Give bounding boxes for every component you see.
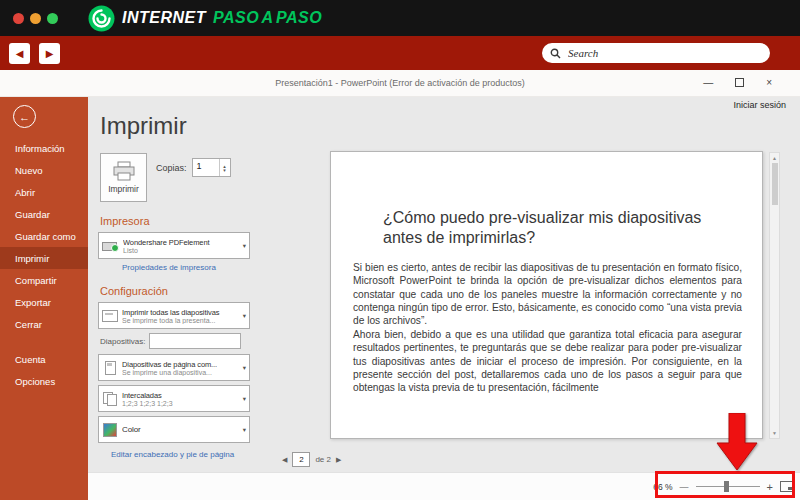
color-select[interactable]: Color ▾ xyxy=(98,416,250,443)
sidebar-item-nuevo[interactable]: Nuevo xyxy=(0,159,88,181)
sidebar-item-informacion[interactable]: Información xyxy=(0,137,88,159)
search-icon xyxy=(550,48,561,59)
branding-bar: INTERNET PASO A PASO xyxy=(0,0,800,36)
print-range-title: Imprimir todas las diapositivas xyxy=(122,308,238,317)
sidebar-item-imprimir[interactable]: Imprimir xyxy=(0,247,88,269)
zoom-out-button[interactable]: — xyxy=(680,482,689,492)
edit-header-footer-link[interactable]: Editar encabezado y pie de página xyxy=(111,450,270,459)
print-panel: Imprimir Imprimir xyxy=(98,97,270,459)
zoom-in-button[interactable]: + xyxy=(767,481,773,493)
scroll-down-icon[interactable]: ▼ xyxy=(772,430,777,436)
powerpoint-titlebar: Presentación1 - PowerPoint (Error de act… xyxy=(0,70,800,97)
print-layout-title: Diapositivas de página com... xyxy=(122,360,238,369)
maximize-button[interactable] xyxy=(735,78,744,89)
window-dot-close[interactable] xyxy=(13,13,24,24)
copies-value[interactable]: 1 xyxy=(193,159,219,176)
collation-text: Intercaladas 1;2;3 1;2;3 1;2;3 xyxy=(122,391,238,407)
print-action-row: Imprimir Copias: 1 ▴ ▾ xyxy=(100,153,270,202)
zoom-percentage[interactable]: 66 % xyxy=(653,482,672,492)
print-range-sub: Se imprime toda la presenta... xyxy=(122,317,238,324)
slide-paragraph-1: Si bien es cierto, antes de recibir las … xyxy=(353,261,742,328)
scroll-up-icon[interactable]: ▲ xyxy=(772,155,777,161)
copies-decrement-icon[interactable]: ▾ xyxy=(223,168,226,172)
search-input[interactable] xyxy=(566,46,762,60)
sidebar-item-cerrar[interactable]: Cerrar xyxy=(0,313,88,335)
close-button[interactable]: × xyxy=(766,78,772,88)
copies-stepper[interactable]: 1 ▴ ▾ xyxy=(192,158,231,177)
screen: INTERNET PASO A PASO ◀ ▶ Presentación1 -… xyxy=(0,0,800,500)
chevron-down-icon: ▾ xyxy=(243,242,246,250)
print-layout-text: Diapositivas de página com... Se imprime… xyxy=(122,360,238,376)
collation-select[interactable]: Intercaladas 1;2;3 1;2;3 1;2;3 ▾ xyxy=(98,385,250,412)
sidebar-item-compartir[interactable]: Compartir xyxy=(0,269,88,291)
print-range-text: Imprimir todas las diapositivas Se impri… xyxy=(122,308,238,324)
next-page-button[interactable]: ▶ xyxy=(336,456,341,464)
slides-range-input[interactable] xyxy=(149,333,241,349)
preview-scrollbar[interactable]: ▲ ▼ xyxy=(769,152,780,439)
backstage-back-button[interactable]: ← xyxy=(13,105,36,128)
window-controls: — × xyxy=(703,70,772,96)
slide-preview: ¿Cómo puedo pre-visualizar mis diapositi… xyxy=(330,151,763,439)
page-navigation: ◀ 2 de 2 ▶ xyxy=(282,452,341,467)
logo-swirl-icon xyxy=(88,5,115,32)
backstage-sidebar: ← Información Nuevo Abrir Guardar Guarda… xyxy=(0,97,88,500)
forward-button[interactable]: ▶ xyxy=(39,43,60,64)
back-button[interactable]: ◀ xyxy=(9,43,30,64)
current-page-input[interactable]: 2 xyxy=(292,452,310,467)
sidebar-item-guardar-como[interactable]: Guardar como xyxy=(0,225,88,247)
browser-nav-bar: ◀ ▶ xyxy=(0,36,800,70)
window-dot-minimize[interactable] xyxy=(30,13,41,24)
sidebar-item-abrir[interactable]: Abrir xyxy=(0,181,88,203)
settings-section-heading: Configuración xyxy=(100,285,270,297)
print-button[interactable]: Imprimir xyxy=(100,153,147,202)
scrollbar-thumb[interactable] xyxy=(772,163,778,205)
zoom-slider[interactable] xyxy=(696,481,760,492)
fit-slide-to-window-button[interactable] xyxy=(780,481,794,492)
sign-in-link[interactable]: Iniciar sesión xyxy=(733,100,786,110)
all-slides-icon xyxy=(102,310,118,322)
printer-section-heading: Impresora xyxy=(100,215,270,227)
slide-title: ¿Cómo puedo pre-visualizar mis diapositi… xyxy=(383,208,706,248)
color-icon xyxy=(102,423,118,437)
search-box[interactable] xyxy=(542,43,770,63)
logo-text-pasoapaso: PASO A PASO xyxy=(213,9,322,27)
back-arrow-icon: ← xyxy=(19,111,30,123)
color-text: Color xyxy=(122,425,238,434)
printer-select-text: Wondershare PDFelement Listo xyxy=(123,238,238,254)
chevron-down-icon: ▾ xyxy=(243,364,246,372)
print-layout-select[interactable]: Diapositivas de página com... Se imprime… xyxy=(98,354,250,381)
printer-select[interactable]: Wondershare PDFelement Listo ▾ xyxy=(98,232,250,259)
slides-label: Diapositivas: xyxy=(100,337,145,346)
chevron-down-icon: ▾ xyxy=(243,312,246,320)
collated-icon xyxy=(102,392,118,405)
page-title: Imprimir xyxy=(100,112,270,140)
print-range-select[interactable]: Imprimir todas las diapositivas Se impri… xyxy=(98,302,250,329)
maximize-icon xyxy=(735,78,744,87)
copies-spinner: ▴ ▾ xyxy=(219,159,230,176)
minimize-button[interactable]: — xyxy=(703,78,713,88)
forward-icon: ▶ xyxy=(46,48,54,59)
back-icon: ◀ xyxy=(16,48,24,59)
sidebar-item-exportar[interactable]: Exportar xyxy=(0,291,88,313)
printer-properties-link[interactable]: Propiedades de impresora xyxy=(122,263,270,272)
site-logo: INTERNET PASO A PASO xyxy=(88,5,322,32)
slides-range-row: Diapositivas: xyxy=(100,333,270,349)
sidebar-item-guardar[interactable]: Guardar xyxy=(0,203,88,225)
sidebar-item-opciones[interactable]: Opciones xyxy=(0,370,88,392)
status-bar: 66 % — + xyxy=(88,472,800,500)
page-total-label: de 2 xyxy=(315,455,331,464)
backstage-main: Imprimir Imprimir xyxy=(88,97,800,500)
collation-sub: 1;2;3 1;2;3 1;2;3 xyxy=(122,400,238,407)
window-title: Presentación1 - PowerPoint (Error de act… xyxy=(275,78,525,88)
zoom-slider-thumb[interactable] xyxy=(724,481,729,492)
logo-text-internet: INTERNET xyxy=(122,9,206,27)
zoom-controls: 66 % — + xyxy=(653,473,794,500)
copies-label: Copias: xyxy=(156,163,187,173)
previous-page-button[interactable]: ◀ xyxy=(282,456,287,464)
window-dot-maximize[interactable] xyxy=(47,13,58,24)
chevron-down-icon: ▾ xyxy=(243,426,246,434)
window-dots xyxy=(13,13,58,24)
printer-icon xyxy=(112,161,136,181)
printer-ready-icon xyxy=(102,239,119,252)
sidebar-item-cuenta[interactable]: Cuenta xyxy=(0,348,88,370)
